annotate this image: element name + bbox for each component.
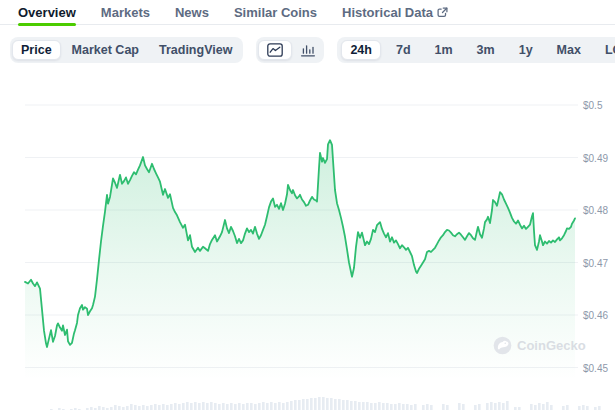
volume-bar	[442, 404, 445, 410]
volume-bar	[294, 400, 297, 410]
volume-bar	[174, 403, 177, 410]
tab-historical-data-label: Historical Data	[342, 5, 433, 20]
range-1y-button[interactable]: 1y	[510, 40, 542, 60]
volume-bar	[186, 402, 189, 410]
volume-bar	[322, 397, 325, 410]
tab-historical-data[interactable]: Historical Data	[342, 0, 448, 24]
volume-bar	[462, 404, 465, 410]
volume-bar	[390, 404, 393, 410]
volume-bar	[354, 401, 357, 410]
volume-bar	[234, 404, 237, 410]
volume-bar	[318, 397, 321, 410]
market-cap-button[interactable]: Market Cap	[63, 40, 148, 60]
volume-bar	[386, 403, 389, 410]
volume-bar	[222, 403, 225, 410]
volume-bar	[158, 405, 161, 410]
volume-bar	[226, 404, 229, 410]
volume-bar	[338, 399, 341, 410]
volume-bar	[278, 402, 281, 410]
y-axis-label: $0.5	[583, 100, 602, 111]
volume-bar	[262, 402, 265, 410]
volume-bar	[258, 403, 261, 410]
range-1m-button[interactable]: 1m	[426, 40, 462, 60]
volume-bar	[270, 402, 273, 410]
volume-bars	[50, 397, 601, 410]
line-chart-type-button[interactable]	[258, 40, 292, 60]
line-chart-icon	[267, 43, 283, 57]
volume-bar	[202, 402, 205, 410]
tab-overview-label: Overview	[18, 5, 76, 20]
range-toggle-group: 24h 7d 1m 3m 1y Max LOG	[337, 37, 615, 63]
volume-bar	[374, 403, 377, 410]
volume-bar	[150, 405, 153, 410]
volume-bar	[134, 405, 137, 410]
chart-toolbar: Price Market Cap TradingView	[10, 37, 606, 63]
volume-bar	[474, 405, 477, 410]
volume-bar	[126, 406, 129, 410]
coin-overview-page: { "tabs": { "items": [ {"label": "Overvi…	[0, 0, 615, 410]
volume-bar	[314, 398, 317, 410]
volume-bar	[562, 406, 565, 410]
volume-bar	[346, 400, 349, 410]
volume-bar	[310, 398, 313, 410]
volume-bar	[598, 406, 601, 410]
volume-bar	[422, 405, 425, 410]
volume-bar	[342, 400, 345, 410]
volume-bar	[498, 402, 501, 410]
tab-markets[interactable]: Markets	[101, 0, 150, 24]
volume-bar	[502, 403, 505, 410]
volume-bar	[266, 403, 269, 410]
volume-bar	[170, 404, 173, 410]
volume-bar	[362, 402, 365, 410]
volume-bar	[154, 404, 157, 410]
volume-bar	[546, 402, 549, 410]
volume-bar	[486, 403, 489, 410]
price-button[interactable]: Price	[12, 40, 61, 60]
volume-bar	[566, 405, 569, 410]
volume-bar	[246, 403, 249, 410]
volume-bar	[446, 405, 449, 410]
volume-bar	[582, 405, 585, 410]
volume-bar	[242, 404, 245, 410]
y-axis-label: $0.49	[583, 152, 608, 163]
volume-bar	[250, 403, 253, 410]
volume-bar	[426, 404, 429, 410]
volume-bar	[350, 401, 353, 410]
range-max-button[interactable]: Max	[548, 40, 590, 60]
bar-chart-type-button[interactable]	[294, 40, 322, 60]
volume-bar	[370, 403, 373, 410]
coingecko-gecko-icon	[493, 336, 512, 355]
tab-news[interactable]: News	[175, 0, 209, 24]
tab-similar-coins[interactable]: Similar Coins	[234, 0, 317, 24]
tradingview-button[interactable]: TradingView	[150, 40, 241, 60]
volume-bar	[238, 403, 241, 410]
volume-bar	[194, 402, 197, 410]
volume-bar	[166, 405, 169, 410]
volume-bar	[330, 398, 333, 410]
volume-bar	[378, 402, 381, 410]
volume-bar	[178, 404, 181, 410]
volume-bar	[146, 406, 149, 410]
price-chart[interactable]: $0.5 $0.49 $0.48 $0.47 $0.46 $0.45 CoinG…	[0, 85, 615, 410]
volume-bar	[414, 404, 417, 410]
volume-bar	[394, 404, 397, 410]
tab-overview[interactable]: Overview	[18, 0, 76, 24]
range-7d-button[interactable]: 7d	[387, 40, 420, 60]
y-axis-label: $0.48	[583, 205, 608, 216]
volume-bar	[358, 402, 361, 410]
range-24h-button[interactable]: 24h	[341, 40, 381, 60]
volume-bar	[214, 403, 217, 410]
tab-similar-coins-label: Similar Coins	[234, 5, 317, 20]
y-axis-label: $0.45	[583, 362, 608, 373]
y-axis-label: $0.46	[583, 310, 608, 321]
volume-bar	[334, 399, 337, 410]
volume-bar	[290, 401, 293, 410]
volume-bar	[306, 399, 309, 410]
volume-bar	[430, 405, 433, 410]
log-scale-button[interactable]: LOG	[596, 40, 615, 60]
volume-bar	[586, 406, 589, 410]
tab-news-label: News	[175, 5, 209, 20]
volume-bar	[130, 404, 133, 410]
range-3m-button[interactable]: 3m	[468, 40, 504, 60]
volume-bar	[282, 403, 285, 410]
